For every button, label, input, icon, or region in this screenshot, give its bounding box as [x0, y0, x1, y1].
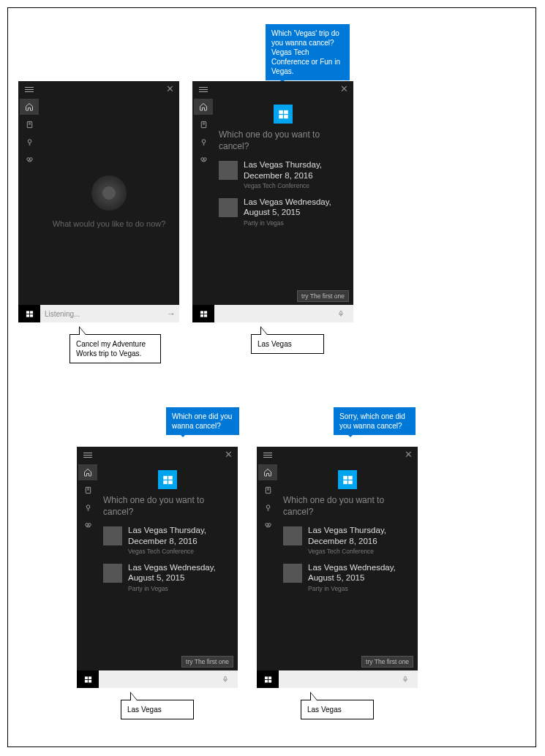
close-icon[interactable]: ✕: [337, 83, 350, 96]
svg-rect-46: [343, 475, 347, 479]
svg-rect-48: [343, 480, 347, 484]
svg-rect-37: [84, 679, 87, 682]
nav-feedback-icon[interactable]: [20, 151, 39, 167]
start-button[interactable]: [192, 305, 214, 322]
svg-rect-7: [29, 311, 32, 314]
mic-icon[interactable]: [222, 674, 238, 684]
trip-subtitle: Party in Vegas: [128, 585, 232, 592]
trip-option[interactable]: Las Vegas Wednesday, August 5, 2015 Part…: [219, 197, 347, 227]
nav-bulb-icon[interactable]: [258, 499, 277, 515]
start-button[interactable]: [18, 305, 40, 322]
app-tile-icon: [338, 470, 357, 489]
trip-title: Las Vegas Wednesday, August 5, 2015: [128, 562, 232, 583]
hint-chip[interactable]: try The first one: [181, 656, 233, 668]
svg-rect-35: [84, 676, 87, 679]
close-icon[interactable]: ✕: [402, 448, 415, 461]
nav-notebook-icon[interactable]: [194, 116, 213, 132]
svg-point-43: [266, 504, 270, 508]
callout-text: Las Vegas: [258, 340, 292, 348]
cortana-speech-tip: Which 'Vegas' trip do you wanna cancel? …: [266, 24, 350, 80]
svg-rect-36: [88, 676, 91, 679]
nav-notebook-icon[interactable]: [20, 116, 39, 132]
svg-point-28: [86, 504, 90, 508]
hamburger-icon[interactable]: [18, 81, 40, 97]
nav-feedback-icon[interactable]: [78, 517, 97, 533]
trip-text: Las Vegas Wednesday, August 5, 2015 Part…: [128, 562, 232, 592]
nav-notebook-icon[interactable]: [258, 482, 277, 498]
nav-home-icon[interactable]: [20, 99, 39, 115]
nav-bulb-icon[interactable]: [194, 134, 213, 150]
trip-subtitle: Vegas Tech Conference: [128, 548, 232, 555]
pane-body: Which one do you want to cancel? Las Veg…: [77, 463, 238, 670]
trip-title: Las Vegas Thursday, December 8, 2016: [308, 525, 412, 546]
trip-text: Las Vegas Thursday, December 8, 2016 Veg…: [128, 525, 232, 555]
trip-option[interactable]: Las Vegas Wednesday, August 5, 2015 Part…: [103, 562, 232, 592]
tip-text: Which 'Vegas' trip do you wanna cancel? …: [271, 29, 340, 75]
content-area: Which one do you want to cancel? Las Veg…: [279, 463, 418, 670]
app-tile-icon: [158, 470, 177, 489]
mic-icon[interactable]: [337, 309, 353, 319]
pane-body: What would you like to do now?: [18, 97, 179, 305]
titlebar: ✕: [77, 447, 238, 463]
trip-list: Las Vegas Thursday, December 8, 2016 Veg…: [283, 525, 412, 592]
svg-point-5: [29, 157, 32, 160]
cortana-orb-icon: [91, 175, 127, 211]
trip-option[interactable]: Las Vegas Thursday, December 8, 2016 Veg…: [283, 525, 412, 555]
trip-option[interactable]: Las Vegas Wednesday, August 5, 2015 Part…: [283, 562, 412, 592]
nav-feedback-icon[interactable]: [194, 151, 213, 167]
trip-option[interactable]: Las Vegas Thursday, December 8, 2016 Veg…: [219, 159, 347, 189]
svg-point-14: [200, 157, 203, 160]
hamburger-icon[interactable]: [77, 447, 99, 463]
svg-rect-22: [200, 314, 203, 317]
cortana-pane-2: ✕ Which one do you want to cancel?: [192, 81, 353, 322]
nav-home-icon[interactable]: [78, 464, 97, 480]
nav-bulb-icon[interactable]: [78, 499, 97, 515]
trip-title: Las Vegas Thursday, December 8, 2016: [128, 525, 232, 546]
tip-text: Sorry, which one did you wanna cancel?: [339, 412, 405, 430]
trip-thumbnail: [219, 198, 238, 217]
search-bar: [192, 305, 353, 322]
send-arrow-icon[interactable]: →: [163, 309, 179, 319]
start-button[interactable]: [77, 670, 99, 688]
nav-home-icon[interactable]: [194, 99, 213, 115]
search-input[interactable]: Listening...: [40, 310, 163, 318]
content-area: Which one do you want to cancel? Las Veg…: [214, 97, 353, 305]
pane-body: Which one do you want to cancel? Las Veg…: [257, 463, 418, 670]
hamburger-icon[interactable]: [192, 81, 214, 97]
cortana-pane-4-wrap: Sorry, which one did you wanna cancel? ✕: [257, 447, 418, 688]
nav-feedback-icon[interactable]: [258, 517, 277, 533]
close-icon[interactable]: ✕: [222, 448, 235, 461]
trip-text: Las Vegas Wednesday, August 5, 2015 Part…: [308, 562, 412, 592]
svg-rect-24: [340, 311, 342, 314]
sidebar: [192, 97, 214, 305]
callout-text: Las Vegas: [307, 706, 342, 714]
close-icon[interactable]: ✕: [163, 83, 176, 96]
mic-icon[interactable]: [402, 674, 418, 684]
svg-point-44: [265, 523, 268, 526]
question-text: Which one do you want to cancel?: [219, 129, 347, 152]
svg-rect-9: [29, 314, 32, 317]
svg-rect-52: [264, 679, 267, 682]
svg-rect-16: [279, 110, 283, 113]
nav-notebook-icon[interactable]: [78, 482, 97, 498]
hint-chip[interactable]: try The first one: [361, 656, 413, 668]
content-area: What would you like to do now?: [40, 97, 179, 305]
trip-subtitle: Vegas Tech Conference: [308, 548, 412, 555]
svg-point-29: [85, 523, 88, 526]
cortana-speech-tip: Sorry, which one did you wanna cancel?: [334, 407, 416, 435]
callout-text: Las Vegas: [127, 706, 162, 714]
user-speech-callout: Cancel my Adventure Works trip to Vegas.: [69, 334, 161, 363]
cortana-pane-1: ✕: [18, 81, 179, 322]
nav-home-icon[interactable]: [258, 464, 277, 480]
hint-chip[interactable]: try The first one: [297, 290, 349, 302]
trip-subtitle: Party in Vegas: [244, 219, 347, 227]
app-tile-icon: [274, 105, 293, 124]
user-speech-callout: Las Vegas: [121, 700, 194, 719]
start-button[interactable]: [257, 670, 279, 688]
hamburger-icon[interactable]: [257, 447, 279, 463]
nav-bulb-icon[interactable]: [20, 134, 39, 150]
svg-rect-20: [200, 311, 203, 314]
trip-option[interactable]: Las Vegas Thursday, December 8, 2016 Veg…: [103, 525, 232, 555]
titlebar: ✕: [257, 447, 418, 463]
svg-rect-19: [284, 115, 288, 118]
